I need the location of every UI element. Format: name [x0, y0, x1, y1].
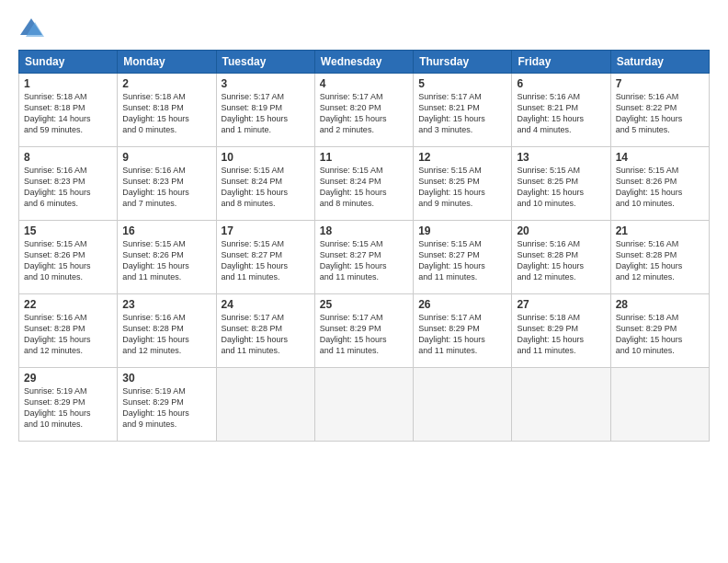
- calendar-cell: 3Sunrise: 5:17 AMSunset: 8:19 PMDaylight…: [216, 74, 314, 147]
- day-info: Sunrise: 5:15 AMSunset: 8:25 PMDaylight:…: [517, 165, 605, 210]
- day-info: Sunrise: 5:19 AMSunset: 8:29 PMDaylight:…: [24, 385, 112, 431]
- day-number: 18: [320, 224, 408, 237]
- day-number: 26: [418, 298, 506, 311]
- day-number: 19: [418, 224, 506, 237]
- day-number: 17: [222, 224, 310, 237]
- day-info: Sunrise: 5:18 AMSunset: 8:18 PMDaylight:…: [24, 91, 112, 136]
- calendar-cell: [610, 368, 709, 442]
- calendar-cell: [512, 368, 610, 442]
- day-info: Sunrise: 5:16 AMSunset: 8:28 PMDaylight:…: [24, 312, 112, 357]
- day-number: 2: [122, 77, 210, 90]
- calendar-cell: 15Sunrise: 5:15 AMSunset: 8:26 PMDayligh…: [19, 221, 118, 294]
- calendar-cell: 5Sunrise: 5:17 AMSunset: 8:21 PMDaylight…: [414, 74, 512, 147]
- day-number: 12: [418, 151, 506, 164]
- weekday-header-saturday: Saturday: [610, 51, 709, 74]
- calendar-cell: 9Sunrise: 5:16 AMSunset: 8:23 PMDaylight…: [118, 147, 216, 221]
- calendar-cell: 7Sunrise: 5:16 AMSunset: 8:22 PMDaylight…: [610, 74, 709, 147]
- calendar-cell: 28Sunrise: 5:18 AMSunset: 8:29 PMDayligh…: [610, 294, 709, 368]
- day-number: 24: [222, 298, 310, 311]
- day-number: 21: [616, 224, 704, 237]
- weekday-header-thursday: Thursday: [414, 51, 512, 74]
- day-number: 14: [616, 151, 704, 164]
- calendar-week-2: 8Sunrise: 5:16 AMSunset: 8:23 PMDaylight…: [19, 147, 710, 221]
- calendar-cell: 20Sunrise: 5:16 AMSunset: 8:28 PMDayligh…: [512, 221, 610, 294]
- weekday-header-wednesday: Wednesday: [314, 51, 413, 74]
- day-number: 29: [24, 372, 112, 385]
- day-info: Sunrise: 5:15 AMSunset: 8:25 PMDaylight:…: [418, 165, 506, 210]
- calendar-cell: 13Sunrise: 5:15 AMSunset: 8:25 PMDayligh…: [512, 147, 610, 221]
- calendar-cell: 26Sunrise: 5:17 AMSunset: 8:29 PMDayligh…: [414, 294, 512, 368]
- logo-icon: [18, 15, 44, 40]
- day-number: 23: [122, 298, 210, 311]
- day-info: Sunrise: 5:15 AMSunset: 8:27 PMDaylight:…: [320, 238, 408, 283]
- day-info: Sunrise: 5:16 AMSunset: 8:22 PMDaylight:…: [616, 91, 704, 136]
- calendar-cell: 27Sunrise: 5:18 AMSunset: 8:29 PMDayligh…: [512, 294, 610, 368]
- day-info: Sunrise: 5:19 AMSunset: 8:29 PMDaylight:…: [122, 385, 210, 431]
- day-info: Sunrise: 5:15 AMSunset: 8:27 PMDaylight:…: [418, 238, 506, 283]
- page: SundayMondayTuesdayWednesdayThursdayFrid…: [0, 0, 728, 563]
- day-number: 22: [24, 298, 112, 311]
- calendar-cell: 11Sunrise: 5:15 AMSunset: 8:24 PMDayligh…: [314, 147, 413, 221]
- day-number: 25: [320, 298, 408, 311]
- calendar-cell: 30Sunrise: 5:19 AMSunset: 8:29 PMDayligh…: [118, 368, 216, 442]
- calendar-header: SundayMondayTuesdayWednesdayThursdayFrid…: [19, 51, 710, 74]
- calendar-cell: [216, 368, 314, 442]
- day-number: 1: [24, 77, 112, 90]
- day-number: 16: [122, 224, 210, 237]
- calendar-table: SundayMondayTuesdayWednesdayThursdayFrid…: [18, 50, 710, 442]
- day-info: Sunrise: 5:17 AMSunset: 8:21 PMDaylight:…: [418, 91, 506, 136]
- day-number: 8: [24, 151, 112, 164]
- weekday-header-tuesday: Tuesday: [216, 51, 314, 74]
- weekday-header-monday: Monday: [118, 51, 216, 74]
- day-number: 30: [122, 372, 210, 385]
- day-info: Sunrise: 5:15 AMSunset: 8:27 PMDaylight:…: [222, 238, 310, 283]
- calendar-cell: 6Sunrise: 5:16 AMSunset: 8:21 PMDaylight…: [512, 74, 610, 147]
- day-info: Sunrise: 5:17 AMSunset: 8:29 PMDaylight:…: [320, 312, 408, 357]
- calendar-cell: 19Sunrise: 5:15 AMSunset: 8:27 PMDayligh…: [414, 221, 512, 294]
- day-info: Sunrise: 5:17 AMSunset: 8:29 PMDaylight:…: [418, 312, 506, 357]
- calendar-cell: 29Sunrise: 5:19 AMSunset: 8:29 PMDayligh…: [19, 368, 118, 442]
- day-info: Sunrise: 5:16 AMSunset: 8:28 PMDaylight:…: [616, 238, 704, 283]
- calendar-cell: 4Sunrise: 5:17 AMSunset: 8:20 PMDaylight…: [314, 74, 413, 147]
- calendar-cell: 23Sunrise: 5:16 AMSunset: 8:28 PMDayligh…: [118, 294, 216, 368]
- day-number: 13: [517, 151, 605, 164]
- day-number: 15: [24, 224, 112, 237]
- day-number: 28: [616, 298, 704, 311]
- day-number: 20: [517, 224, 605, 237]
- calendar-cell: 18Sunrise: 5:15 AMSunset: 8:27 PMDayligh…: [314, 221, 413, 294]
- day-number: 7: [616, 77, 704, 90]
- calendar-week-5: 29Sunrise: 5:19 AMSunset: 8:29 PMDayligh…: [19, 368, 710, 442]
- calendar-cell: 10Sunrise: 5:15 AMSunset: 8:24 PMDayligh…: [216, 147, 314, 221]
- day-number: 9: [122, 151, 210, 164]
- day-info: Sunrise: 5:18 AMSunset: 8:29 PMDaylight:…: [616, 312, 704, 357]
- day-number: 4: [320, 77, 408, 90]
- day-info: Sunrise: 5:17 AMSunset: 8:20 PMDaylight:…: [320, 91, 408, 136]
- calendar-cell: [314, 368, 413, 442]
- calendar-cell: 1Sunrise: 5:18 AMSunset: 8:18 PMDaylight…: [19, 74, 118, 147]
- day-info: Sunrise: 5:17 AMSunset: 8:28 PMDaylight:…: [222, 312, 310, 357]
- day-number: 11: [320, 151, 408, 164]
- day-info: Sunrise: 5:15 AMSunset: 8:26 PMDaylight:…: [122, 238, 210, 283]
- day-number: 6: [517, 77, 605, 90]
- calendar-cell: [414, 368, 512, 442]
- day-info: Sunrise: 5:15 AMSunset: 8:26 PMDaylight:…: [24, 238, 112, 283]
- calendar-cell: 14Sunrise: 5:15 AMSunset: 8:26 PMDayligh…: [610, 147, 709, 221]
- calendar-cell: 24Sunrise: 5:17 AMSunset: 8:28 PMDayligh…: [216, 294, 314, 368]
- day-number: 10: [222, 151, 310, 164]
- calendar-cell: 25Sunrise: 5:17 AMSunset: 8:29 PMDayligh…: [314, 294, 413, 368]
- calendar-cell: 2Sunrise: 5:18 AMSunset: 8:18 PMDaylight…: [118, 74, 216, 147]
- calendar-cell: 21Sunrise: 5:16 AMSunset: 8:28 PMDayligh…: [610, 221, 709, 294]
- day-number: 27: [517, 298, 605, 311]
- day-info: Sunrise: 5:16 AMSunset: 8:28 PMDaylight:…: [122, 312, 210, 357]
- day-info: Sunrise: 5:18 AMSunset: 8:18 PMDaylight:…: [122, 91, 210, 136]
- weekday-header-friday: Friday: [512, 51, 610, 74]
- calendar-week-1: 1Sunrise: 5:18 AMSunset: 8:18 PMDaylight…: [19, 74, 710, 147]
- day-info: Sunrise: 5:16 AMSunset: 8:28 PMDaylight:…: [517, 238, 605, 283]
- calendar-cell: 12Sunrise: 5:15 AMSunset: 8:25 PMDayligh…: [414, 147, 512, 221]
- day-info: Sunrise: 5:16 AMSunset: 8:23 PMDaylight:…: [122, 165, 210, 210]
- calendar-body: 1Sunrise: 5:18 AMSunset: 8:18 PMDaylight…: [19, 74, 710, 442]
- weekday-row: SundayMondayTuesdayWednesdayThursdayFrid…: [19, 51, 710, 74]
- calendar-week-3: 15Sunrise: 5:15 AMSunset: 8:26 PMDayligh…: [19, 221, 710, 294]
- day-info: Sunrise: 5:16 AMSunset: 8:23 PMDaylight:…: [24, 165, 112, 210]
- day-info: Sunrise: 5:15 AMSunset: 8:24 PMDaylight:…: [222, 165, 310, 210]
